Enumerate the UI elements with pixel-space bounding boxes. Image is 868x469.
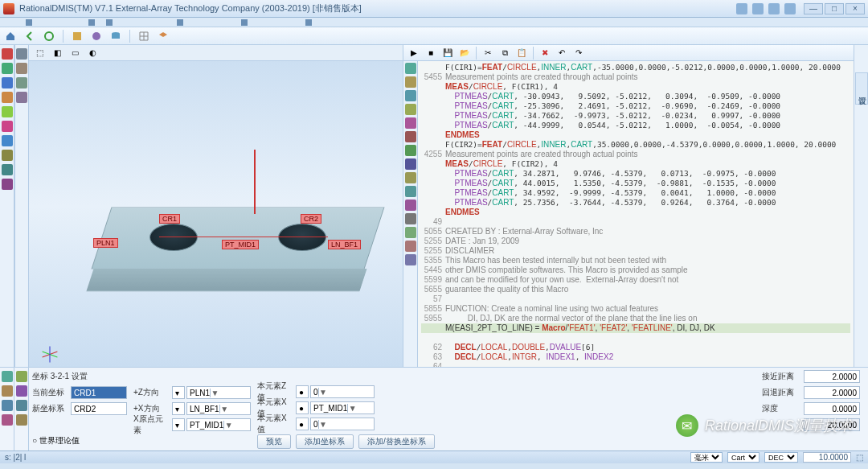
approach-input[interactable]: 2.0000 (804, 370, 860, 383)
marker-icon[interactable] (405, 145, 416, 156)
marker-icon[interactable] (405, 227, 416, 238)
marker-icon[interactable] (405, 90, 416, 101)
new-crd-input[interactable]: CRD2 (71, 402, 127, 415)
z-value-input[interactable]: 0▼ (310, 385, 375, 398)
status-icon[interactable]: ⬚ (856, 453, 863, 462)
coord-select[interactable]: Cart (727, 452, 760, 463)
redo-icon[interactable]: ↷ (571, 46, 586, 60)
add-crd-button[interactable]: 添加坐标系 (296, 434, 354, 449)
3d-viewport[interactable]: ⬚ ◧ ▭ ◐ CR1 CR2 PLN1 PT_MID1 LN_BF1 (29, 45, 403, 367)
code-editor[interactable]: F(CIR1)=FEAT/CIRCLE,INNER,CART,-35.0000,… (418, 61, 854, 367)
dir-icon-input[interactable]: ▾ (172, 402, 185, 415)
crd-icon[interactable] (2, 371, 13, 382)
pan-icon[interactable] (16, 77, 27, 88)
marker-icon[interactable] (405, 241, 416, 252)
arc-icon[interactable] (2, 164, 13, 175)
layer-icon[interactable] (156, 29, 170, 43)
depth-input[interactable]: 0.0000 (804, 402, 860, 415)
preview-button[interactable]: 预览 (257, 434, 291, 449)
point-icon[interactable] (2, 63, 13, 74)
rotate-icon[interactable] (16, 92, 27, 103)
copy-icon[interactable]: ⧉ (497, 46, 512, 60)
grid-icon[interactable] (137, 29, 151, 43)
dir-icon-input[interactable]: ▾ (172, 386, 185, 399)
marker-icon[interactable] (405, 158, 416, 170)
tag-pln1[interactable]: PLN1 (93, 238, 118, 248)
minimize-button[interactable]: — (804, 3, 823, 14)
sphere-icon[interactable] (89, 29, 104, 43)
sphere-icon[interactable] (2, 150, 13, 161)
paste-icon[interactable]: 📋 (514, 46, 529, 60)
marker-icon[interactable] (405, 213, 416, 224)
x-elem-input[interactable]: PT_MID1▼ (310, 401, 375, 414)
add-replace-crd-button[interactable]: 添加/替换坐标系 (358, 434, 435, 449)
side-panel-label[interactable]: 设置 (855, 72, 868, 105)
stop-icon[interactable]: ■ (424, 46, 438, 60)
line-icon[interactable] (2, 77, 13, 88)
marker-icon[interactable] (405, 63, 416, 74)
tag-cr1[interactable]: CR1 (159, 214, 180, 224)
plane-icon[interactable] (2, 92, 13, 103)
run-icon[interactable]: ▶ (407, 46, 421, 60)
marker-icon[interactable] (405, 186, 416, 197)
refresh-icon[interactable] (42, 29, 56, 43)
tool-icon[interactable] (736, 3, 747, 14)
z-dir-input[interactable]: PLN1▼ (186, 386, 251, 399)
undo-icon[interactable]: ↶ (555, 46, 569, 60)
iso-icon[interactable]: ◧ (50, 46, 64, 60)
marker-icon[interactable] (405, 104, 416, 115)
cylinder-icon[interactable] (108, 29, 123, 43)
tag-ptmid1[interactable]: PT_MID1 (222, 240, 259, 249)
tool-icon[interactable] (752, 3, 764, 14)
back-icon[interactable] (23, 29, 37, 43)
marker-icon[interactable] (405, 172, 416, 183)
tool-icon[interactable] (784, 3, 796, 14)
x-dir-input[interactable]: LN_BF1▼ (186, 402, 251, 415)
marker-icon[interactable] (405, 254, 416, 265)
close-button[interactable]: × (845, 3, 865, 14)
trans-icon[interactable] (16, 385, 27, 397)
slot-icon[interactable] (2, 179, 13, 190)
marker-icon[interactable] (405, 117, 416, 129)
cylinder-icon[interactable] (2, 121, 13, 132)
rot-icon[interactable] (16, 400, 27, 411)
origin-icon[interactable] (2, 414, 13, 426)
view-icon[interactable] (16, 48, 27, 60)
cube-icon[interactable] (70, 29, 84, 43)
shade-icon[interactable]: ◐ (85, 46, 100, 60)
retract-input[interactable]: 2.0000 (804, 386, 860, 399)
axis-icon[interactable] (16, 371, 27, 382)
dir-icon-input[interactable]: ▾ (172, 418, 185, 431)
flip-icon[interactable] (16, 414, 27, 426)
tool-icon[interactable] (768, 3, 780, 14)
tag-cr2[interactable]: CR2 (301, 214, 321, 224)
world-theory-checkbox[interactable]: ○ 世界理论值 (32, 435, 80, 446)
x-value-input[interactable]: 0▼ (310, 418, 375, 430)
bottom-panel: 坐标 3-2-1 设置 当前坐标 CRD1 新坐标系 CRD2 ○ 世界理论值 … (0, 367, 868, 450)
cone-icon[interactable] (2, 135, 13, 146)
maximize-button[interactable]: □ (825, 3, 844, 14)
home-icon[interactable] (3, 29, 18, 43)
circle-icon[interactable] (2, 106, 13, 117)
probe-icon[interactable] (2, 48, 13, 60)
icon-input[interactable]: ● (296, 418, 309, 430)
x-origin-input[interactable]: PT_MID1▼ (186, 418, 251, 431)
cut-icon[interactable]: ✂ (481, 46, 495, 60)
unit-select[interactable]: 毫米 (690, 452, 723, 463)
marker-icon[interactable] (405, 76, 416, 88)
tag-lnbf1[interactable]: LN_BF1 (328, 240, 361, 249)
delete-icon[interactable]: ✖ (538, 46, 552, 60)
align-icon[interactable] (2, 385, 13, 397)
marker-icon[interactable] (405, 200, 416, 211)
datum-icon[interactable] (2, 400, 13, 411)
current-crd-input[interactable]: CRD1 (71, 386, 127, 399)
front-icon[interactable]: ▭ (68, 46, 82, 60)
icon-input[interactable]: ● (296, 385, 309, 398)
zoom-icon[interactable] (16, 63, 27, 74)
format-select[interactable]: DEC (764, 452, 798, 463)
open-icon[interactable]: 📂 (457, 46, 472, 60)
icon-input[interactable]: ● (296, 401, 309, 414)
fit-icon[interactable]: ⬚ (32, 46, 47, 60)
marker-icon[interactable] (405, 131, 416, 142)
save-icon[interactable]: 💾 (440, 46, 455, 60)
